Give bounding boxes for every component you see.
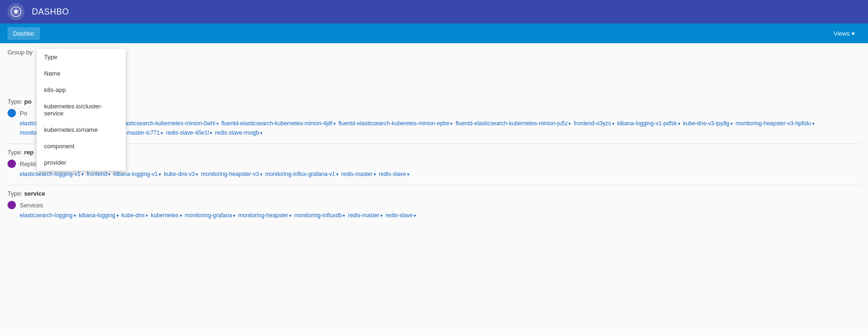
chip-kibana-logging-v1-pdfsk[interactable]: kibana-logging-v1-pdfsk ▾	[617, 120, 680, 127]
chevron-down-icon: ▾	[161, 130, 163, 136]
chevron-down-icon: ▾	[146, 213, 148, 218]
divider-2	[8, 185, 860, 185]
type-section-service: Type: service Services elasticsearch-log…	[8, 190, 860, 219]
chevron-down-icon: ▾	[210, 130, 212, 136]
chip-elasticsearch-logging-svc[interactable]: elasticsearch-logging ▾	[20, 212, 76, 219]
chip-redis-slave-45e1l[interactable]: redis-slave-45e1l ▾	[166, 129, 212, 136]
chip-frontend[interactable]: frontend ▾	[86, 171, 110, 177]
chip-monitoring-heapster-v3[interactable]: monitoring-heapster-v3 ▾	[201, 171, 262, 177]
chip-monitoring-influxdb-svc[interactable]: monitoring-influxdb ▾	[294, 212, 345, 219]
chevron-down-icon: ▾	[233, 213, 235, 218]
chevron-down-icon: ▾	[216, 121, 219, 126]
chip-fluentd-minion-ju5z[interactable]: fluentd-elasticsearch-kubernetes-minion-…	[455, 120, 571, 127]
svc-dot	[8, 201, 16, 209]
svg-marker-1	[13, 8, 19, 14]
group-by-label: Group by	[8, 49, 32, 56]
chip-redis-slave-mvqjb[interactable]: redis-slave-mvqjb ▾	[215, 129, 262, 136]
chip-kube-dns-v3[interactable]: kube-dns-v3 ▾	[164, 171, 198, 177]
chevron-down-icon: ▾	[333, 121, 336, 126]
chevron-down-icon: ▾	[289, 213, 292, 218]
resource-group-svc: Services	[8, 201, 860, 209]
pod-group-name: Po	[20, 110, 27, 117]
group-by-dropdown: Type Name k8s-app kubernetes.io/cluster-…	[37, 49, 126, 171]
chevron-down-icon: ▾	[116, 213, 119, 218]
chevron-down-icon: ▾	[380, 213, 383, 218]
chevron-down-icon: ▾	[450, 121, 453, 126]
chip-monitoring-heapster-svc[interactable]: monitoring-heapster ▾	[238, 212, 292, 219]
chevron-down-icon: ▾	[812, 121, 814, 126]
chip-kube-dns-v3-ipy8g[interactable]: kube-dns-v3-ipy8g ▾	[683, 120, 733, 127]
chip-kube-dns-svc[interactable]: kube-dns ▾	[122, 212, 148, 219]
chip-monitoring-influx-grafana-v1[interactable]: monitoring-influx-grafana-v1 ▾	[265, 171, 338, 177]
views-button[interactable]: Views ▾	[828, 27, 860, 40]
chip-redis-master-svc[interactable]: redis-master ▾	[348, 212, 383, 219]
app-logo	[8, 3, 24, 20]
chip-monitoring-heapster-v3-hp6du[interactable]: monitoring-heapster-v3-hp6du ▾	[736, 120, 814, 127]
dropdown-item-k8s-name[interactable]: kubernetes.io/name	[37, 122, 126, 138]
dropdown-scroll[interactable]: Type Name k8s-app kubernetes.io/cluster-…	[37, 49, 126, 171]
chip-redis-slave-rc[interactable]: redis-slave ▾	[379, 171, 409, 177]
chevron-down-icon: ▾	[260, 130, 262, 136]
resource-group-pods: Po	[8, 109, 860, 117]
chevron-down-icon: ▾	[414, 213, 416, 218]
resource-group-rc: ReplicationControllers	[8, 160, 860, 168]
chevron-down-icon: ▾	[260, 172, 262, 177]
chevron-down-icon: ▾	[196, 172, 198, 177]
dropdown-item-k8sapp[interactable]: k8s-app	[37, 82, 126, 98]
type-label-po: Type: po	[8, 98, 860, 105]
sub-nav-tabs: Dashbo	[8, 27, 40, 40]
svc-chip-list: elasticsearch-logging ▾ kibana-logging ▾…	[20, 212, 860, 219]
chip-kubernetes-svc[interactable]: kubernetes ▾	[151, 212, 182, 219]
rc-dot	[8, 160, 16, 168]
chip-kibana-logging-svc[interactable]: kibana-logging ▾	[79, 212, 119, 219]
main-content: Group by po Type Name k8s-app kubernetes…	[0, 43, 868, 335]
group-by-row: Group by po Type Name k8s-app kubernetes…	[8, 49, 860, 56]
chevron-down-icon: ▾	[343, 213, 345, 218]
rc-chip-list: elasticsearch-logging-v1 ▾ frontend ▾ ki…	[20, 171, 860, 177]
type-section-rep: Type: rep ReplicationControllers elastic…	[8, 149, 860, 177]
dropdown-item-name[interactable]: Name	[37, 65, 126, 82]
chevron-down-icon: ▾	[180, 213, 182, 218]
chip-fluentd-minion-4jdf[interactable]: fluentd-elasticsearch-kubernetes-minion-…	[222, 120, 336, 127]
chip-redis-master-rc[interactable]: redis-master ▾	[341, 171, 376, 177]
svc-group-name: Services	[20, 202, 43, 209]
top-navbar: DASHBO	[0, 0, 868, 23]
dashboard-tab[interactable]: Dashbo	[8, 27, 40, 40]
sub-navbar: Dashbo Views ▾	[0, 23, 868, 43]
chevron-down-icon: ▾	[108, 172, 110, 177]
chip-frontend-o3yzs[interactable]: frontend-o3yzs ▾	[574, 120, 614, 127]
dropdown-item-provider[interactable]: provider	[37, 154, 126, 171]
chevron-down-icon: ▾	[568, 121, 571, 126]
chevron-down-icon: ▾	[81, 172, 84, 177]
chip-kibana-logging-v1[interactable]: kibana-logging-v1 ▾	[113, 171, 161, 177]
app-title: DASHBO	[32, 7, 69, 17]
dropdown-item-type[interactable]: Type	[37, 49, 126, 65]
dropdown-item-cluster-service[interactable]: kubernetes.io/cluster-service	[37, 98, 126, 122]
chevron-down-icon: ▾	[159, 172, 161, 177]
chevron-down-icon: ▾	[678, 121, 680, 126]
chevron-down-icon: ▾	[730, 121, 733, 126]
pod-chip-list: elasticsearch-logging-v1-nkfv2 ▾ fluentd…	[20, 120, 860, 136]
chip-elasticsearch-logging-v1[interactable]: elasticsearch-logging-v1 ▾	[20, 171, 84, 177]
chevron-down-icon: ▾	[374, 172, 376, 177]
pod-dot	[8, 109, 16, 117]
chevron-down-icon: ▾	[74, 213, 76, 218]
type-label-rep: Type: rep	[8, 149, 860, 156]
dropdown-item-component[interactable]: component	[37, 138, 126, 154]
type-label-service: Type: service	[8, 190, 860, 197]
chevron-down-icon: ▾	[407, 172, 409, 177]
chevron-down-icon: ▾	[336, 172, 338, 177]
divider-1	[8, 144, 860, 144]
chip-fluentd-minion-epbe[interactable]: fluentd-elasticsearch-kuberetes-minion-e…	[338, 120, 453, 127]
chip-redis-slave-svc[interactable]: redis-slave ▾	[385, 212, 416, 219]
type-section-po: Type: po Po elasticsearch-logging-v1-nkf…	[8, 98, 860, 136]
chip-monitoring-grafana-svc[interactable]: monitoring-grafana ▾	[185, 212, 236, 219]
chevron-down-icon: ▾	[612, 121, 615, 126]
